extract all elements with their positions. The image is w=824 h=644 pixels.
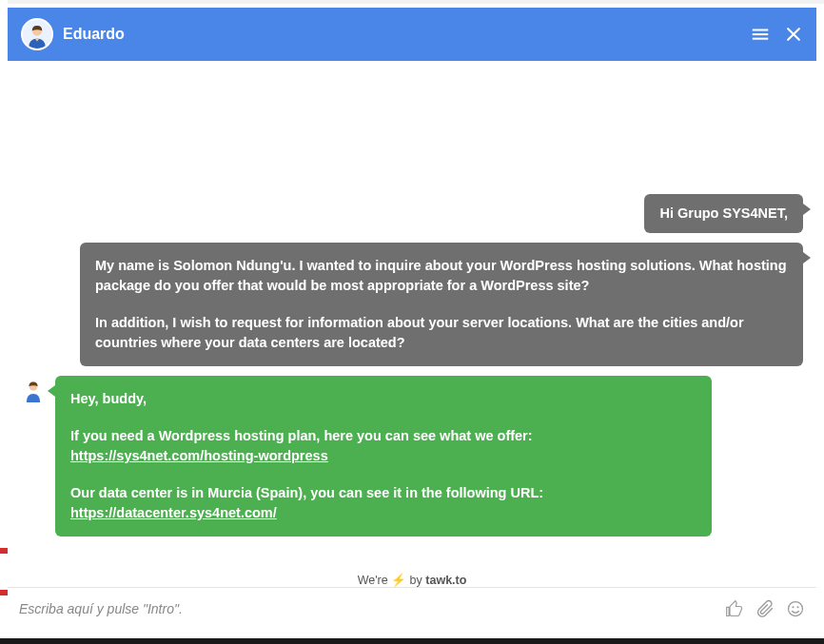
hamburger-icon: [750, 24, 771, 45]
chat-widget-frame: Eduardo Hi Grupo SYS4NET,: [0, 0, 824, 644]
top-divider: [0, 0, 824, 4]
close-button[interactable]: [784, 25, 803, 44]
menu-button[interactable]: [750, 24, 771, 45]
message-link-hosting[interactable]: https://sys4net.com/hosting-wordpress: [70, 448, 328, 463]
operator-avatar-small: [21, 378, 46, 402]
bolt-icon: ⚡: [391, 574, 406, 587]
message-link-datacenter[interactable]: https://datacenter.sys4net.com/: [70, 505, 277, 520]
background-sliver-red: [0, 548, 8, 554]
message-text: My name is Solomon Ndung'u. I wanted to …: [95, 256, 788, 296]
message-row-visitor: My name is Solomon Ndung'u. I wanted to …: [21, 243, 803, 366]
attach-button[interactable]: [755, 599, 775, 618]
message-text-fragment: Our data center is in Murcia (Spain), yo…: [70, 485, 543, 500]
svg-rect-2: [753, 29, 769, 31]
paperclip-icon: [755, 599, 775, 618]
chat-header: Eduardo: [8, 8, 816, 61]
message-text-fragment: If you need a Wordpress hosting plan, he…: [70, 428, 533, 443]
close-icon: [784, 25, 803, 44]
chat-body: Hi Grupo SYS4NET, My name is Solomon Ndu…: [8, 61, 816, 560]
message-text: In addition, I wish to request for infor…: [95, 313, 788, 353]
background-sliver-red: [0, 590, 8, 595]
svg-rect-3: [753, 33, 769, 35]
bottom-strip: [0, 638, 824, 644]
message-bubble-visitor: Hi Grupo SYS4NET,: [644, 194, 803, 233]
svg-rect-4: [753, 38, 769, 40]
message-text: Our data center is in Murcia (Spain), yo…: [70, 483, 696, 523]
svg-point-8: [793, 606, 795, 608]
attribution-brand[interactable]: tawk.to: [425, 574, 466, 587]
svg-point-7: [789, 601, 803, 615]
message-text: Hey, buddy,: [70, 389, 696, 409]
spacer: [8, 61, 816, 185]
message-input[interactable]: [19, 601, 714, 616]
input-bar: [8, 587, 816, 629]
avatar-icon: [23, 20, 51, 49]
rate-button[interactable]: [725, 599, 744, 618]
chat-widget: Eduardo Hi Grupo SYS4NET,: [8, 8, 816, 636]
message-row-visitor: Hi Grupo SYS4NET,: [21, 194, 803, 233]
attribution: We're ⚡ by tawk.to: [8, 573, 816, 587]
message-text: Hi Grupo SYS4NET,: [659, 204, 788, 224]
attribution-post: by: [406, 574, 425, 587]
message-row-operator: Hey, buddy, If you need a Wordpress host…: [21, 376, 803, 537]
emoji-icon: [786, 599, 805, 618]
operator-name: Eduardo: [63, 26, 736, 43]
avatar-icon: [21, 378, 46, 402]
message-text: If you need a Wordpress hosting plan, he…: [70, 426, 696, 466]
emoji-button[interactable]: [786, 599, 805, 618]
svg-point-9: [797, 606, 799, 608]
attribution-pre: We're: [358, 574, 392, 587]
thumbs-up-icon: [725, 599, 744, 618]
message-bubble-operator: Hey, buddy, If you need a Wordpress host…: [55, 376, 712, 537]
message-bubble-visitor: My name is Solomon Ndung'u. I wanted to …: [80, 243, 803, 366]
operator-avatar: [21, 18, 53, 50]
